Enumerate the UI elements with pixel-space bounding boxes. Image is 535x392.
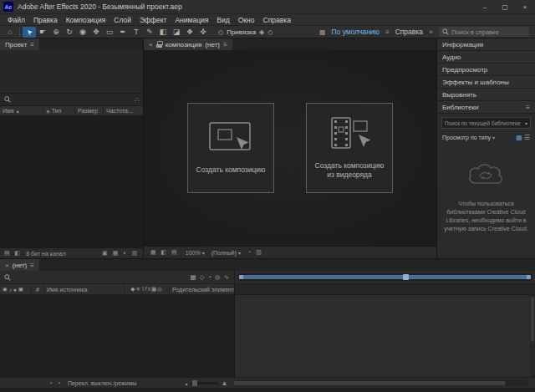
project-item-list[interactable] [0, 116, 143, 247]
menu-edit[interactable]: Правка [29, 16, 62, 24]
panel-menu-icon[interactable]: ≡ [526, 104, 530, 111]
magnification-dropdown[interactable]: 100% ▾ [186, 250, 205, 256]
parent-link-column[interactable]: Родительский элемент [170, 284, 234, 294]
view-by-dropdown[interactable]: Просмотр по типу [442, 135, 491, 140]
project-search-input[interactable] [14, 97, 131, 103]
menu-animation[interactable]: Анимация [171, 16, 212, 24]
panel-libraries[interactable]: Библиотеки ≡ [437, 101, 535, 114]
new-composition-from-footage-button[interactable]: Создать композицию из видеоряда [306, 103, 393, 193]
time-navigator-track[interactable] [237, 273, 532, 281]
help-search-input[interactable] [451, 28, 526, 36]
track-area[interactable] [235, 295, 535, 377]
pen-tool[interactable]: ✒ [116, 27, 130, 38]
brush-tool[interactable]: ✎ [143, 27, 156, 38]
hand-tool[interactable]: ☛ [36, 27, 49, 38]
horizontal-scrollbar[interactable] [232, 380, 528, 386]
workspace-menu-icon[interactable]: ≡ [385, 28, 390, 36]
timeline-search-input[interactable] [14, 274, 186, 280]
layer-list-area[interactable] [0, 295, 235, 377]
column-name[interactable]: Имя ▲ [0, 106, 43, 115]
tab-project[interactable]: Проект ≡ [0, 38, 39, 50]
close-panel-icon[interactable]: × [149, 41, 153, 48]
panel-effects-presets[interactable]: Эффекты и шаблоны [437, 76, 535, 89]
help-search-box[interactable] [439, 27, 529, 37]
libraries-search-input[interactable] [445, 120, 523, 126]
libraries-search-box[interactable]: ▾ [441, 117, 531, 129]
zoom-slider-thumb[interactable] [192, 380, 197, 386]
panel-menu-icon[interactable]: ≡ [223, 41, 227, 48]
audio-icon[interactable]: ♪ [9, 287, 12, 293]
time-ruler[interactable] [235, 284, 535, 294]
vertical-scrollbar[interactable] [530, 295, 535, 377]
tab-composition[interactable]: × композиция (нет) ≡ [144, 38, 232, 50]
close-button[interactable]: × [515, 0, 535, 13]
rotation-tool[interactable]: ↻ [63, 27, 76, 38]
menu-window[interactable]: Окно [234, 16, 259, 24]
layer-number-column[interactable]: # [32, 284, 44, 294]
new-composition-button[interactable]: Создать композицию [187, 103, 274, 193]
home-button[interactable]: ⌂ [3, 27, 17, 38]
solo-icon[interactable]: ● [13, 287, 17, 293]
always-preview-icon[interactable]: ▦ ◧ ▤ [150, 249, 179, 256]
project-flowchart-icon[interactable]: ∴ [135, 96, 139, 104]
camera-grid-icons[interactable]: ◔ ▥ [247, 249, 263, 256]
eye-icon[interactable]: ◉ [3, 286, 8, 293]
snap-label[interactable]: Привязка [227, 28, 256, 36]
layer-switches-column[interactable]: ◆✳∖fx▦◎ [125, 284, 170, 294]
menu-effect[interactable]: Эффект [135, 16, 171, 24]
expand-collapse-icons[interactable]: ▪ ▪ [50, 380, 63, 385]
panel-menu-icon[interactable]: ≡ [30, 41, 34, 48]
clone-stamp-tool[interactable]: ◧ [156, 27, 170, 38]
grid-view-icon[interactable]: ▦ [516, 134, 522, 141]
puppet-pin-tool[interactable]: ✜ [196, 27, 210, 38]
pan-behind-tool[interactable]: ✥ [89, 27, 103, 38]
zoom-tool[interactable]: ⊕ [49, 27, 63, 38]
chevron-down-icon[interactable]: ▾ [525, 120, 527, 126]
search-icon[interactable] [4, 96, 11, 103]
resolution-dropdown[interactable]: (Полный) ▾ [211, 250, 241, 256]
panel-audio[interactable]: Аудио [437, 51, 535, 64]
workspace-selector[interactable]: По умолчанию [331, 28, 379, 36]
tab-timeline[interactable]: × (нет) ≡ [0, 259, 39, 271]
panel-info[interactable]: Информация [437, 38, 535, 51]
toggle-switches-modes-button[interactable]: Перекл. выключ./режимы [68, 380, 137, 386]
panel-menu-icon[interactable]: ≡ [30, 262, 34, 269]
vertical-scrollbar-thumb[interactable] [531, 297, 534, 342]
interpret-footage-icons[interactable]: ▤ ◧ [4, 250, 22, 257]
column-size[interactable]: Размер [75, 106, 104, 115]
roto-brush-tool[interactable]: ❖ [183, 27, 196, 38]
workspace-overflow-icon[interactable]: » [429, 28, 433, 36]
source-name-column[interactable]: Имя источника [44, 284, 125, 294]
selection-tool[interactable]: ➤ [23, 27, 36, 38]
maximize-button[interactable]: ▢ [495, 0, 515, 13]
search-icon[interactable] [4, 274, 11, 281]
minimize-button[interactable]: – [475, 0, 495, 13]
menu-file[interactable]: Файл [3, 16, 29, 24]
menu-composition[interactable]: Композиция [62, 16, 110, 24]
close-panel-icon[interactable]: × [5, 262, 9, 269]
bit-depth-button[interactable]: 8 бит на канал [26, 251, 66, 257]
mask-feather-icon[interactable]: ◈ [259, 28, 264, 36]
mask-mode-icon[interactable]: ◇ [268, 28, 273, 36]
time-navigator-bar[interactable] [239, 275, 531, 279]
menu-layer[interactable]: Слой [110, 16, 135, 24]
time-navigator-thumb[interactable] [403, 274, 409, 280]
eraser-tool[interactable]: ◪ [170, 27, 183, 38]
workspace-help-tab[interactable]: Справка [395, 28, 423, 36]
zoom-out-icon[interactable]: ▴ [186, 380, 188, 386]
menu-help[interactable]: Справка [259, 16, 295, 24]
zoom-in-icon[interactable]: ▲ [222, 379, 228, 387]
zoom-slider-track[interactable] [191, 382, 219, 384]
horizontal-scrollbar-thumb[interactable] [233, 381, 505, 385]
new-folder-new-comp-trash-icons[interactable]: ▣ ▦ ◐ ▥ [102, 250, 139, 257]
column-frame-rate[interactable]: Частота... [104, 106, 143, 115]
lock-icon[interactable] [156, 41, 162, 48]
list-view-icon[interactable]: ☰ [524, 134, 530, 141]
column-type[interactable]: ◈ Тип [43, 106, 75, 115]
panel-preview[interactable]: Предпросмотр [437, 64, 535, 76]
camera-tool[interactable]: ◉ [76, 27, 89, 38]
type-tool[interactable]: T [130, 27, 143, 38]
lock-icon[interactable]: ▣ [18, 286, 23, 293]
rectangle-tool[interactable]: ▭ [103, 27, 116, 38]
panel-align[interactable]: Выровнять [437, 89, 535, 101]
